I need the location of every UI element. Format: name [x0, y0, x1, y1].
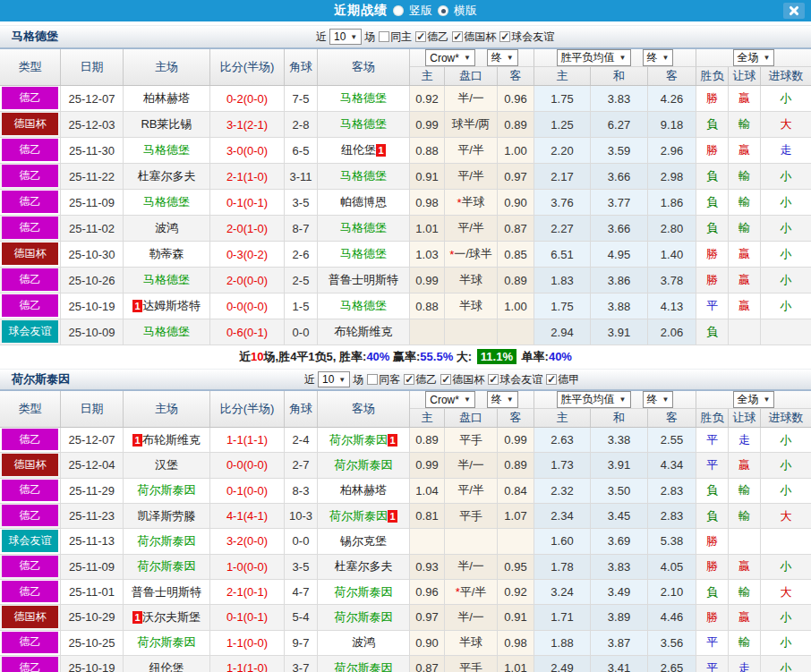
header-select[interactable]: 全场▼ [733, 49, 775, 66]
away-team-name: 锡尔克堡 [340, 533, 387, 549]
filter-checkbox-3[interactable] [499, 31, 510, 42]
avg-lose: 2.98 [648, 164, 696, 190]
filter-checkbox-label-2: 德国杯 [452, 372, 484, 387]
odds-away: 0.99 [498, 428, 534, 453]
league-badge-label: 德乙 [2, 429, 58, 450]
result-handicap: 輸 [729, 504, 761, 529]
avg-win: 3.76 [534, 190, 591, 216]
filter-checkbox-0[interactable] [367, 374, 378, 385]
result-goals: 小 [761, 428, 811, 453]
summary-part-4: 赢率: [389, 350, 420, 363]
odds-home: 0.88 [410, 293, 445, 319]
home-team-name: 杜塞尔多夫 [138, 168, 196, 184]
column-header-6: 主 [410, 67, 445, 85]
avg-lose: 2.65 [648, 656, 696, 672]
score-text: 3-2(0-0) [226, 534, 268, 548]
away-team: 马格德堡 [318, 164, 410, 190]
match-count-select[interactable]: 10▼ [318, 371, 350, 387]
result-goals: 小 [761, 293, 811, 319]
result-text: 小 [781, 634, 792, 651]
result-text: 輸 [738, 508, 750, 524]
result-text: 贏 [738, 609, 750, 625]
score: 2-1(1-0) [210, 164, 285, 190]
away-team-name: 布轮斯维克 [335, 324, 393, 340]
header-select-group-0: Crow*▼终▼ [410, 391, 534, 409]
away-team-name: 马格德堡 [340, 246, 387, 262]
match-date: 25-10-19 [61, 293, 124, 319]
header-select[interactable]: 终▼ [487, 49, 518, 66]
match-row: 德乙25-10-19纽伦堡1-1(1-0)3-7荷尔斯泰因0.87平手1.012… [0, 656, 811, 672]
away-team-name: 马格德堡 [340, 90, 387, 106]
filter-checkbox-0[interactable] [379, 31, 389, 42]
away-team: 布轮斯维克 [318, 319, 410, 345]
odds-handicap: 平/半 [445, 164, 498, 190]
header-select[interactable]: 全场▼ [733, 391, 775, 408]
away-team: 荷尔斯泰因 [318, 453, 410, 478]
filter-checkbox-1[interactable] [404, 374, 414, 385]
score-text: 0-2(0-0) [226, 92, 268, 106]
result-handicap: 走 [729, 428, 761, 453]
filter-checkbox-2[interactable] [452, 31, 463, 42]
result-outcome: 平 [696, 656, 729, 672]
away-team-name: 马格德堡 [340, 220, 387, 236]
away-team: 马格德堡 [318, 216, 410, 242]
score: 0-3(0-2) [210, 242, 285, 268]
league-badge-label: 球会友谊 [2, 530, 58, 551]
filter-checkbox-4[interactable] [546, 374, 557, 385]
match-row: 德乙25-11-09荷尔斯泰因1-0(0-0)3-5杜塞尔多夫0.93半/一0.… [0, 555, 811, 580]
score-text: 1-1(1-0) [226, 661, 268, 672]
result-text: 輸 [738, 634, 750, 651]
close-button[interactable] [783, 3, 805, 19]
column-header-11: 客 [648, 409, 696, 427]
league-badge: 德乙 [0, 86, 61, 112]
column-header-9: 主 [534, 409, 591, 427]
result-outcome: 負 [696, 216, 729, 242]
away-team: 普鲁士明斯特 [318, 268, 410, 293]
header-select-value: 全场 [738, 50, 759, 65]
header-select[interactable]: 终▼ [643, 49, 674, 66]
result-goals: 小 [761, 656, 811, 672]
score: 0-1(0-1) [210, 190, 285, 216]
score-text: 1-1(1-1) [226, 433, 268, 447]
match-count-select[interactable]: 10▼ [329, 29, 362, 45]
odds-handicap [445, 319, 498, 345]
column-header-8: 客 [498, 67, 534, 85]
league-badge-label: 德乙 [2, 165, 58, 187]
avg-win: 2.34 [534, 504, 591, 529]
match-date: 25-11-13 [61, 529, 124, 554]
away-team: 荷尔斯泰因1 [318, 504, 410, 529]
result-text: 負 [706, 116, 718, 132]
home-team-name: 汉堡 [155, 457, 178, 473]
result-handicap: 贏 [729, 86, 761, 112]
layout-radio-label-0: 竖版 [409, 3, 432, 19]
filter-checkbox-2[interactable] [440, 374, 451, 385]
header-select[interactable]: 胜平负均值▼ [557, 49, 631, 66]
header-select[interactable]: 胜平负均值▼ [557, 391, 631, 408]
result-handicap: 輸 [729, 190, 761, 216]
recent-results-panel: 近期战绩竖版横版 马格德堡近10▼场同主德乙德国杯球会友谊类型日期主场比分(半场… [0, 0, 811, 672]
avg-win: 1.73 [534, 453, 591, 478]
result-handicap: 輸 [729, 164, 761, 190]
result-outcome: 負 [696, 479, 729, 504]
league-badge: 德乙 [0, 428, 61, 453]
result-text: 小 [781, 482, 792, 498]
dropdown-caret: ▼ [619, 396, 627, 404]
filter-checkbox-3[interactable] [488, 374, 499, 385]
league-badge: 德乙 [0, 479, 61, 504]
match-row: 德国杯25-12-04汉堡0-0(0-0)2-7荷尔斯泰因0.99半/一0.89… [0, 453, 811, 478]
header-select[interactable]: 终▼ [487, 391, 518, 408]
header-select[interactable]: Crow*▼ [425, 49, 475, 66]
layout-radio-1[interactable] [438, 5, 448, 16]
header-select[interactable]: Crow*▼ [425, 391, 475, 408]
match-row: 德乙25-10-26马格德堡2-0(0-0)2-5普鲁士明斯特0.99半球0.8… [0, 268, 811, 293]
layout-radio-0[interactable] [393, 5, 404, 16]
odds-away: 1.00 [498, 138, 534, 164]
score: 0-0(0-0) [210, 453, 285, 478]
result-handicap: 輸 [729, 112, 761, 138]
odds-home: 0.99 [410, 268, 445, 293]
header-select[interactable]: 终▼ [643, 391, 674, 408]
corner-kicks: 2-8 [285, 112, 318, 138]
corner-kicks: 3-5 [285, 190, 318, 216]
filter-checkbox-1[interactable] [415, 31, 426, 42]
result-handicap: 贏 [729, 605, 761, 630]
